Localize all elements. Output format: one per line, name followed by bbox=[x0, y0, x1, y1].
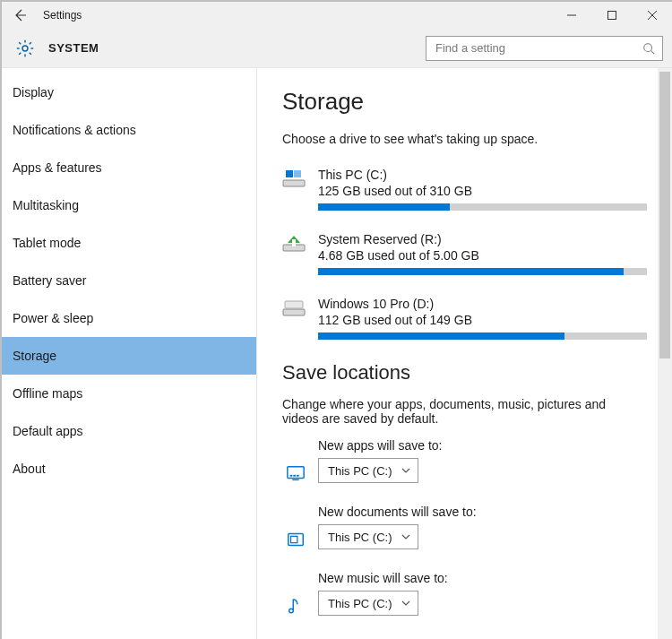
sidebar-item-about[interactable]: About bbox=[2, 450, 256, 488]
save-location-label: New documents will save to: bbox=[318, 505, 647, 519]
chevron-down-icon bbox=[401, 534, 410, 540]
sidebar-item-label: Tablet mode bbox=[13, 236, 81, 250]
svg-rect-17 bbox=[283, 309, 305, 315]
svg-line-6 bbox=[19, 42, 21, 44]
save-location-row: New music will save to:This PC (C:) bbox=[282, 571, 647, 616]
svg-line-11 bbox=[651, 50, 655, 54]
save-location-select[interactable]: This PC (C:) bbox=[318, 458, 418, 483]
sidebar-item-label: Apps & features bbox=[13, 160, 102, 175]
drive-used-text: 112 GB used out of 149 GB bbox=[318, 313, 647, 327]
title-bar: Settings bbox=[2, 2, 672, 29]
sidebar-item-label: Default apps bbox=[13, 424, 83, 438]
save-location-label: New apps will save to: bbox=[318, 438, 647, 453]
svg-rect-0 bbox=[607, 12, 616, 20]
drive-icon bbox=[282, 232, 309, 254]
sidebar-item-display[interactable]: Display bbox=[2, 73, 256, 111]
save-location-select[interactable]: This PC (C:) bbox=[318, 591, 418, 616]
search-placeholder: Find a setting bbox=[435, 41, 642, 55]
save-location-row: New apps will save to:This PC (C:) bbox=[282, 438, 647, 483]
back-button[interactable] bbox=[2, 2, 38, 29]
sidebar-item-storage[interactable]: Storage bbox=[2, 337, 256, 375]
save-location-select[interactable]: This PC (C:) bbox=[318, 524, 418, 549]
sidebar-item-battery-saver[interactable]: Battery saver bbox=[2, 262, 256, 299]
drive-row[interactable]: System Reserved (R:)4.68 GB used out of … bbox=[282, 232, 647, 275]
search-input[interactable]: Find a setting bbox=[426, 36, 663, 61]
drive-usage-bar bbox=[318, 203, 647, 211]
drive-usage-bar bbox=[318, 268, 647, 275]
svg-rect-12 bbox=[283, 180, 305, 186]
scrollbar-thumb[interactable] bbox=[659, 72, 670, 358]
save-location-value: This PC (C:) bbox=[328, 531, 392, 544]
drive-usage-bar bbox=[318, 332, 647, 340]
save-location-row: New documents will save to:This PC (C:) bbox=[282, 505, 647, 549]
drive-name: This PC (C:) bbox=[318, 168, 647, 182]
sidebar-item-tablet-mode[interactable]: Tablet mode bbox=[2, 224, 256, 262]
svg-rect-22 bbox=[297, 475, 299, 477]
drive-row[interactable]: Windows 10 Pro (D:)112 GB used out of 14… bbox=[282, 297, 647, 340]
sidebar-item-label: Battery saver bbox=[13, 273, 86, 288]
svg-point-26 bbox=[289, 609, 294, 613]
svg-rect-13 bbox=[286, 170, 293, 177]
window-title: Settings bbox=[38, 9, 82, 22]
svg-point-10 bbox=[644, 43, 652, 51]
drive-usage-fill bbox=[318, 203, 450, 211]
drive-usage-fill bbox=[318, 332, 564, 340]
arrow-left-icon bbox=[13, 8, 27, 22]
sidebar-nav: DisplayNotifications & actionsApps & fea… bbox=[2, 68, 257, 639]
save-location-value: This PC (C:) bbox=[328, 597, 392, 610]
maximize-icon bbox=[607, 11, 616, 20]
drive-name: System Reserved (R:) bbox=[318, 232, 647, 246]
close-button[interactable] bbox=[632, 2, 672, 29]
svg-line-8 bbox=[30, 42, 31, 44]
sidebar-item-label: Display bbox=[13, 85, 54, 99]
gear-icon bbox=[14, 38, 36, 59]
drive-used-text: 125 GB used out of 310 GB bbox=[318, 184, 647, 198]
svg-line-7 bbox=[30, 52, 31, 54]
svg-rect-20 bbox=[290, 475, 293, 477]
sidebar-item-offline-maps[interactable]: Offline maps bbox=[2, 375, 256, 412]
sidebar-item-default-apps[interactable]: Default apps bbox=[2, 412, 256, 450]
search-icon bbox=[642, 42, 655, 55]
save-locations-heading: Save locations bbox=[282, 361, 647, 384]
drive-icon bbox=[282, 168, 309, 189]
svg-rect-16 bbox=[292, 239, 296, 246]
sidebar-item-apps-features[interactable]: Apps & features bbox=[2, 149, 256, 186]
save-location-icon bbox=[282, 578, 309, 616]
drive-row[interactable]: This PC (C:)125 GB used out of 310 GB bbox=[282, 168, 647, 211]
sidebar-item-label: Storage bbox=[13, 349, 56, 363]
sidebar-item-label: Power & sleep bbox=[13, 311, 93, 325]
chevron-down-icon bbox=[401, 468, 410, 473]
main-content: Storage Choose a drive to see what's tak… bbox=[257, 68, 672, 639]
drive-name: Windows 10 Pro (D:) bbox=[318, 297, 647, 311]
save-location-label: New music will save to: bbox=[318, 571, 647, 585]
svg-point-1 bbox=[22, 46, 28, 51]
sidebar-item-notifications-actions[interactable]: Notifications & actions bbox=[2, 111, 256, 149]
storage-description: Choose a drive to see what's taking up s… bbox=[282, 132, 647, 146]
save-location-icon bbox=[282, 445, 309, 483]
sidebar-item-label: About bbox=[13, 462, 46, 476]
maximize-button[interactable] bbox=[591, 2, 632, 29]
svg-rect-21 bbox=[293, 475, 296, 477]
svg-rect-25 bbox=[291, 536, 297, 542]
svg-rect-18 bbox=[285, 301, 303, 308]
storage-heading: Storage bbox=[282, 88, 647, 116]
sidebar-item-power-sleep[interactable]: Power & sleep bbox=[2, 299, 256, 337]
chevron-down-icon bbox=[401, 600, 410, 606]
drive-icon bbox=[282, 297, 309, 318]
save-locations-description: Change where your apps, documents, music… bbox=[282, 397, 632, 426]
minimize-icon bbox=[567, 11, 576, 20]
drive-used-text: 4.68 GB used out of 5.00 GB bbox=[318, 248, 647, 263]
header-title: SYSTEM bbox=[48, 41, 99, 55]
scrollbar[interactable] bbox=[658, 68, 672, 639]
close-icon bbox=[648, 11, 657, 20]
settings-header: SYSTEM Find a setting bbox=[2, 29, 672, 68]
sidebar-item-label: Notifications & actions bbox=[13, 123, 136, 137]
svg-rect-14 bbox=[294, 170, 301, 177]
sidebar-item-multitasking[interactable]: Multitasking bbox=[2, 186, 256, 224]
drive-usage-fill bbox=[318, 268, 624, 275]
minimize-button[interactable] bbox=[551, 2, 591, 29]
svg-line-9 bbox=[19, 52, 21, 54]
save-location-value: This PC (C:) bbox=[328, 464, 392, 478]
sidebar-item-label: Offline maps bbox=[13, 386, 82, 401]
sidebar-item-label: Multitasking bbox=[13, 198, 79, 212]
